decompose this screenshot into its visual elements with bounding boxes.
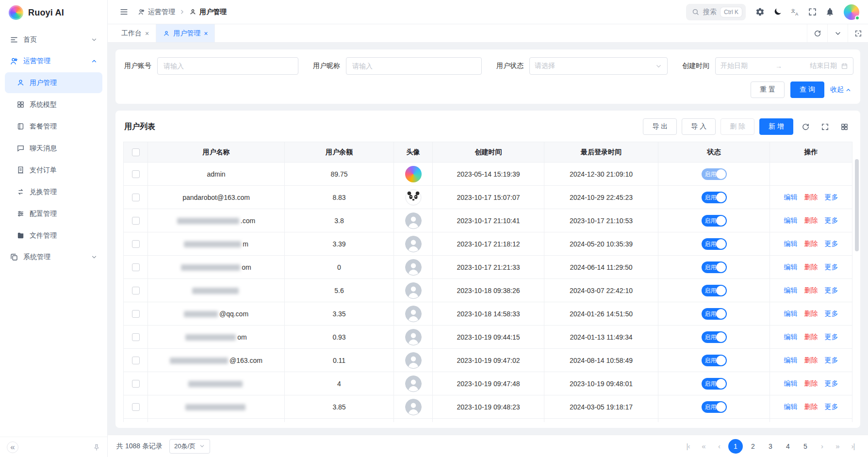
collapse-sidebar-icon[interactable]: « [7, 441, 18, 453]
tab-workbench[interactable]: 工作台 × [115, 24, 156, 42]
user-nickname-input[interactable] [346, 57, 482, 75]
reset-button[interactable]: 重 置 [751, 82, 785, 98]
edit-link[interactable]: 编辑 [784, 403, 798, 411]
more-link[interactable]: 更多 [825, 263, 838, 272]
sidebar-subitem-兑换管理[interactable]: 兑换管理 [5, 181, 102, 202]
more-link[interactable]: 更多 [825, 240, 838, 248]
status-toggle[interactable]: 启用 [702, 401, 727, 413]
sidebar-subitem-支付订单[interactable]: 支付订单 [5, 160, 102, 180]
delete-link[interactable]: 删除 [804, 356, 818, 365]
user-avatar[interactable] [844, 4, 859, 20]
fullscreen-icon[interactable] [805, 5, 819, 19]
status-toggle[interactable]: 启用 [702, 168, 727, 180]
delete-link[interactable]: 删除 [804, 310, 818, 318]
sidebar-subitem-聊天消息[interactable]: 聊天消息 [5, 138, 102, 159]
more-link[interactable]: 更多 [825, 310, 838, 318]
more-link[interactable]: 更多 [825, 333, 838, 342]
sidebar-item-system[interactable]: 系统管理 [5, 246, 102, 268]
sidebar-item-operations[interactable]: 运营管理 [5, 50, 102, 72]
settings-gear-icon[interactable] [753, 5, 767, 19]
delete-link[interactable]: 删除 [804, 263, 818, 272]
delete-link[interactable]: 删除 [804, 403, 818, 411]
page-button-1[interactable]: 1 [728, 439, 743, 454]
delete-link[interactable]: 删除 [804, 286, 818, 295]
row-checkbox[interactable] [132, 357, 140, 364]
more-link[interactable]: 更多 [825, 403, 838, 411]
status-toggle[interactable]: 启用 [702, 308, 727, 320]
more-link[interactable]: 更多 [825, 356, 838, 365]
delete-link[interactable]: 删除 [804, 193, 818, 202]
row-checkbox[interactable] [132, 380, 140, 388]
row-checkbox[interactable] [132, 170, 140, 178]
date-range-picker[interactable]: 开始日期 → 结束日期 [715, 57, 853, 75]
row-checkbox[interactable] [132, 333, 140, 341]
page-size-select[interactable]: 20条/页 [169, 439, 210, 454]
first-page-button[interactable]: |‹ [682, 439, 694, 454]
collapse-filters-link[interactable]: 收起 [830, 85, 852, 94]
row-checkbox[interactable] [132, 310, 140, 318]
status-toggle[interactable]: 启用 [702, 238, 727, 250]
edit-link[interactable]: 编辑 [784, 240, 798, 248]
edit-link[interactable]: 编辑 [784, 216, 798, 225]
tab-user-management[interactable]: 用户管理 × [156, 24, 215, 42]
delete-link[interactable]: 删除 [804, 216, 818, 225]
refresh-table-icon[interactable] [798, 119, 813, 134]
sidebar-subitem-文件管理[interactable]: 文件管理 [5, 225, 102, 246]
search-button[interactable]: 查 询 [790, 82, 824, 98]
export-button[interactable]: 导 出 [643, 118, 677, 135]
import-button[interactable]: 导 入 [682, 118, 716, 135]
dark-mode-moon-icon[interactable] [770, 5, 785, 19]
delete-link[interactable]: 删除 [804, 379, 818, 388]
global-search[interactable]: 搜索 Ctrl K [686, 4, 746, 20]
user-status-select[interactable]: 请选择 [529, 57, 668, 75]
more-link[interactable]: 更多 [825, 193, 838, 202]
more-link[interactable]: 更多 [825, 286, 838, 295]
delete-link[interactable]: 删除 [804, 240, 818, 248]
prev-page-button[interactable]: ‹ [713, 439, 725, 454]
tab-options-chevron-icon[interactable] [827, 24, 848, 42]
breadcrumb-item-operations[interactable]: 运营管理 [138, 8, 175, 16]
table-fullscreen-icon[interactable] [818, 119, 832, 134]
page-button-5[interactable]: 5 [798, 439, 813, 454]
sidebar-subitem-套餐管理[interactable]: 套餐管理 [5, 116, 102, 137]
status-toggle[interactable]: 启用 [702, 378, 727, 390]
add-button[interactable]: 新 增 [759, 118, 793, 135]
close-icon[interactable]: × [145, 30, 149, 37]
status-toggle[interactable]: 启用 [702, 355, 727, 366]
delete-link[interactable]: 删除 [804, 333, 818, 342]
status-toggle[interactable]: 启用 [702, 285, 727, 296]
sidebar-subitem-系统模型[interactable]: 系统模型 [5, 94, 102, 115]
row-checkbox[interactable] [132, 263, 140, 271]
refresh-tab-icon[interactable] [807, 24, 827, 42]
jump-forward-button[interactable]: » [831, 439, 844, 454]
page-button-2[interactable]: 2 [746, 439, 760, 454]
page-button-3[interactable]: 3 [763, 439, 778, 454]
row-checkbox[interactable] [132, 217, 140, 225]
last-page-button[interactable]: ›| [847, 439, 859, 454]
column-settings-grid-icon[interactable] [837, 119, 852, 134]
row-checkbox[interactable] [132, 194, 140, 201]
status-toggle[interactable]: 启用 [702, 192, 727, 203]
next-page-button[interactable]: › [816, 439, 828, 454]
edit-link[interactable]: 编辑 [784, 356, 798, 365]
edit-link[interactable]: 编辑 [784, 263, 798, 272]
sidebar-item-home[interactable]: 首页 [5, 29, 102, 50]
edit-link[interactable]: 编辑 [784, 193, 798, 202]
edit-link[interactable]: 编辑 [784, 333, 798, 342]
page-button-4[interactable]: 4 [781, 439, 795, 454]
user-account-input[interactable] [157, 57, 298, 75]
select-all-checkbox[interactable] [132, 148, 140, 156]
delete-button[interactable]: 删 除 [721, 118, 754, 135]
status-toggle[interactable]: 启用 [702, 215, 727, 227]
sidebar-subitem-配置管理[interactable]: 配置管理 [5, 203, 102, 224]
row-checkbox[interactable] [132, 240, 140, 248]
edit-link[interactable]: 编辑 [784, 379, 798, 388]
status-toggle[interactable]: 启用 [702, 261, 727, 273]
sidebar-subitem-用户管理[interactable]: 用户管理 [5, 72, 102, 93]
more-link[interactable]: 更多 [825, 216, 838, 225]
menu-toggle-icon[interactable] [116, 5, 131, 19]
vertical-scrollbar[interactable] [855, 159, 859, 251]
pin-sidebar-icon[interactable] [93, 443, 100, 451]
language-translate-icon[interactable]: 文A [787, 5, 802, 19]
jump-back-button[interactable]: « [697, 439, 710, 454]
